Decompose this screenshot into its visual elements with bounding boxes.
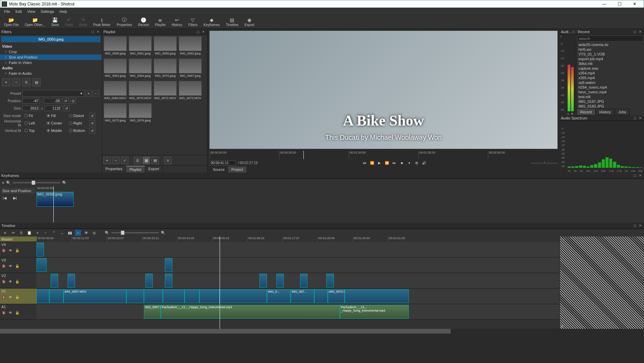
panel-undock-icon[interactable]: ▢ xyxy=(196,29,200,34)
recent-item[interactable]: export job.mp4 xyxy=(576,56,644,61)
timeline-scrollbar[interactable] xyxy=(0,329,644,334)
track-v1[interactable]: IMG_0057.MOVIMG_0...IMG_007...IMG_0072.M… xyxy=(36,289,560,304)
recent-item[interactable]: hevc_nvenc.mp4 xyxy=(576,90,644,94)
keyframes-menu-button[interactable]: ≡ xyxy=(2,181,4,185)
keyframe-next-button[interactable]: ▶| xyxy=(13,196,17,200)
position-keyframe-button[interactable]: ◷ xyxy=(70,98,76,104)
toolbar-timeline-button[interactable]: ▤Timeline xyxy=(223,17,241,27)
timeline-clip[interactable] xyxy=(51,274,58,288)
playlist-item[interactable]: IMG_0062.jpeg xyxy=(178,36,202,57)
close-button[interactable]: ✕ xyxy=(627,0,642,8)
radio-bottom[interactable]: Bottom xyxy=(69,129,88,133)
recent-item[interactable]: capture.wav xyxy=(576,66,644,71)
timeline-clip[interactable] xyxy=(36,289,49,303)
remove-filter-button[interactable]: − xyxy=(12,78,20,86)
recent-item[interactable]: 3dlut.mlt xyxy=(576,61,644,66)
video-preview[interactable]: A Bike Show This Ducati by Michael Woola… xyxy=(209,31,558,149)
fforward-button[interactable]: ⏩ xyxy=(384,160,390,165)
timeline-clip[interactable]: IMG_007... xyxy=(291,289,314,303)
toolbar-peak-meter-button[interactable]: ⫿Peak Meter xyxy=(91,17,113,27)
recent-item[interactable]: IMG_0187.JPG xyxy=(576,99,644,104)
reset-button[interactable]: ↺ xyxy=(89,120,95,126)
timeline-append-button[interactable]: + xyxy=(34,230,41,236)
recent-item[interactable]: hiri5.avi xyxy=(576,47,644,52)
menu-edit[interactable]: Edit xyxy=(13,9,25,14)
playlist-view-tiles-button[interactable]: ▦ xyxy=(143,157,150,164)
keyframe-clip[interactable]: IMG_0050.jpeg xyxy=(36,192,74,207)
zoom-out-icon[interactable]: 🔍 xyxy=(105,231,109,235)
panel-undock-icon[interactable]: ▢ xyxy=(572,29,575,34)
tab-recent[interactable]: Recent xyxy=(576,109,596,115)
filter-item[interactable]: ✓Size and Position xyxy=(0,54,102,60)
timeline-clip[interactable] xyxy=(68,274,75,288)
grid-button[interactable]: ⊞ xyxy=(414,160,419,165)
track-v2[interactable] xyxy=(36,273,560,289)
tab-jobs[interactable]: Jobs xyxy=(615,109,630,115)
timeline-clip[interactable] xyxy=(314,289,328,303)
keyframe-playhead[interactable] xyxy=(53,186,54,223)
panel-undock-icon[interactable]: ▢ xyxy=(633,29,637,34)
preset-delete-button[interactable]: − xyxy=(93,90,99,96)
timeline-clip[interactable]: IMG_0... xyxy=(267,289,291,303)
panel-close-icon[interactable]: ✕ xyxy=(638,29,643,34)
position-x-input[interactable]: -47 xyxy=(22,98,40,104)
toolbar-save-button[interactable]: 💾Save xyxy=(48,17,61,27)
radio-distort[interactable]: Distort xyxy=(69,114,88,118)
timeline-clip[interactable] xyxy=(276,274,284,288)
minimize-button[interactable]: — xyxy=(597,0,612,8)
track-label-master[interactable]: Master xyxy=(0,236,36,242)
playlist-item[interactable]: IMG_0067.jpeg xyxy=(178,59,202,80)
maximize-button[interactable]: ☐ xyxy=(612,0,627,8)
recent-item[interactable]: VTS_01_1.VOB xyxy=(576,52,644,56)
lock-button[interactable]: 🔓 xyxy=(15,248,20,253)
toolbar-history-button[interactable]: ↩History xyxy=(169,17,185,27)
mute-button[interactable]: 🔇 xyxy=(1,310,6,315)
timeline-cut-button[interactable]: ✂ xyxy=(10,230,16,236)
copy-filter-button[interactable]: ⎘ xyxy=(22,78,30,86)
skip-prev-button[interactable]: ⏮ xyxy=(362,160,367,165)
timeline-overwrite-button[interactable]: ⌄ xyxy=(59,230,65,236)
size-w-input[interactable]: 2013 xyxy=(22,106,40,111)
rewind-button[interactable]: ⏪ xyxy=(369,160,375,165)
mute-button[interactable]: 🔇 xyxy=(1,279,6,284)
menu-help[interactable]: Help xyxy=(57,9,70,14)
panel-close-icon[interactable]: ✕ xyxy=(638,116,643,120)
playlist-update-button[interactable]: ✓ xyxy=(121,157,128,164)
tab-source[interactable]: Source xyxy=(209,166,228,173)
size-reset-button[interactable]: ↺ xyxy=(64,105,70,111)
menu-settings[interactable]: Settings xyxy=(38,9,57,14)
track-v3[interactable] xyxy=(36,257,560,273)
recent-search-input[interactable]: search xyxy=(577,36,643,42)
radio-right[interactable]: Right xyxy=(69,121,88,125)
size-h-input[interactable]: 1132 xyxy=(45,106,62,111)
radio-left[interactable]: Left xyxy=(24,121,43,125)
playlist-item[interactable]: IMG_0072.MOV xyxy=(178,81,202,102)
recent-item[interactable]: x265.mp4 xyxy=(576,75,644,80)
radio-fill[interactable]: Fill xyxy=(47,114,66,118)
hide-button[interactable]: 👁 xyxy=(8,279,13,284)
preset-select[interactable]: ▾ xyxy=(22,90,84,97)
recent-item[interactable]: vp9.webm xyxy=(576,80,644,85)
timeline-clip[interactable]: IMG_0057.MO xyxy=(144,305,161,319)
timeline-split-button[interactable]: ▮▮ xyxy=(67,230,73,236)
timeline-clip[interactable] xyxy=(326,274,334,288)
timeline-zoom-slider[interactable] xyxy=(112,232,159,233)
playlist-item[interactable]: IMG_0063.jpeg xyxy=(103,59,127,80)
timeline-snap-button[interactable]: ∩ xyxy=(75,230,81,236)
menu-file[interactable]: File xyxy=(1,9,13,14)
recent-item[interactable]: test.mlt xyxy=(576,94,644,99)
panel-undock-icon[interactable]: ▢ xyxy=(633,173,637,178)
playlist-item[interactable]: IMG_0071.MOV xyxy=(153,81,177,102)
zoom-out-icon[interactable]: 🔍 xyxy=(6,181,11,185)
hide-button[interactable]: 👁 xyxy=(8,310,13,315)
timeline-clip[interactable] xyxy=(165,258,172,272)
timeline-paste-button[interactable]: 📋 xyxy=(26,230,32,236)
timeline-menu-button[interactable]: ≡ xyxy=(2,230,8,236)
filter-item[interactable]: ✓Fade In Audio xyxy=(0,71,102,76)
keyframe-track[interactable]: 00:00:00:00 IMG_0050.jpeg xyxy=(36,186,644,223)
playlist-view-detailed-button[interactable]: ☰ xyxy=(134,157,141,164)
timeline-scrub-button[interactable]: 👁 xyxy=(83,230,89,236)
zoom-in-icon[interactable]: 🔍 xyxy=(161,231,166,235)
toolbar-open-other--button[interactable]: 📁Open Other... xyxy=(22,17,48,27)
timeline-clip[interactable]: Pachyderm_-_13_-_Happy_Song_instrumental… xyxy=(340,305,409,319)
